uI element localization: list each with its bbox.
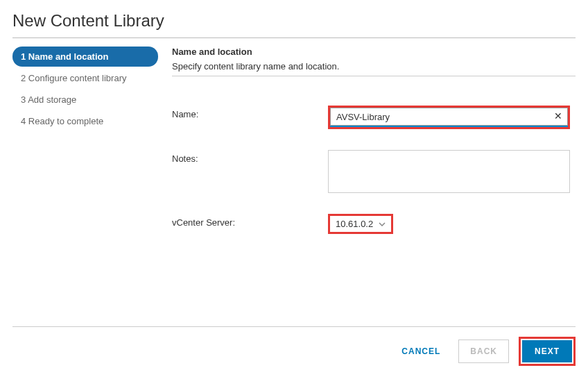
back-button: BACK (458, 340, 509, 363)
dialog-title: New Content Library (0, 0, 588, 37)
section-divider (172, 76, 576, 76)
name-label: Name: (172, 106, 328, 119)
button-bar: CANCEL BACK NEXT (12, 337, 576, 366)
vcenter-dropdown[interactable]: 10.61.0.2 (328, 214, 393, 234)
notes-row: Notes: (172, 150, 576, 193)
step-add-storage[interactable]: 3 Add storage (12, 90, 158, 110)
next-button[interactable]: NEXT (522, 340, 572, 362)
name-row: Name: ✕ (172, 106, 576, 129)
notes-input[interactable] (328, 150, 570, 193)
step-label: Name and location (28, 51, 109, 62)
step-num: 3 (21, 94, 26, 105)
footer-divider (12, 326, 576, 327)
clear-name-button[interactable]: ✕ (554, 111, 562, 121)
step-ready-complete[interactable]: 4 Ready to complete (12, 111, 158, 131)
wizard-steps: 1 Name and location 2 Configure content … (12, 47, 158, 255)
section-title: Name and location (172, 47, 576, 57)
chevron-down-icon (379, 222, 386, 226)
close-icon: ✕ (554, 110, 562, 122)
vcenter-value: 10.61.0.2 (336, 219, 373, 229)
step-label: Ready to complete (28, 116, 103, 126)
step-num: 2 (21, 73, 26, 83)
cancel-button[interactable]: CANCEL (393, 340, 449, 363)
content-area: 1 Name and location 2 Configure content … (0, 38, 588, 255)
notes-label: Notes: (172, 150, 328, 164)
main-panel: Name and location Specify content librar… (158, 47, 576, 255)
section-description: Specify content library name and locatio… (172, 61, 576, 72)
vcenter-label: vCenter Server: (172, 214, 328, 228)
name-highlight: ✕ (328, 106, 570, 129)
footer: CANCEL BACK NEXT (0, 326, 588, 377)
step-label: Configure content library (28, 73, 127, 83)
step-num: 4 (21, 116, 26, 126)
step-name-location[interactable]: 1 Name and location (12, 47, 158, 67)
step-configure-library[interactable]: 2 Configure content library (12, 68, 158, 88)
name-input[interactable] (330, 108, 568, 126)
step-num: 1 (21, 51, 26, 62)
vcenter-row: vCenter Server: 10.61.0.2 (172, 214, 576, 234)
step-label: Add storage (28, 94, 76, 105)
next-highlight: NEXT (519, 337, 576, 366)
